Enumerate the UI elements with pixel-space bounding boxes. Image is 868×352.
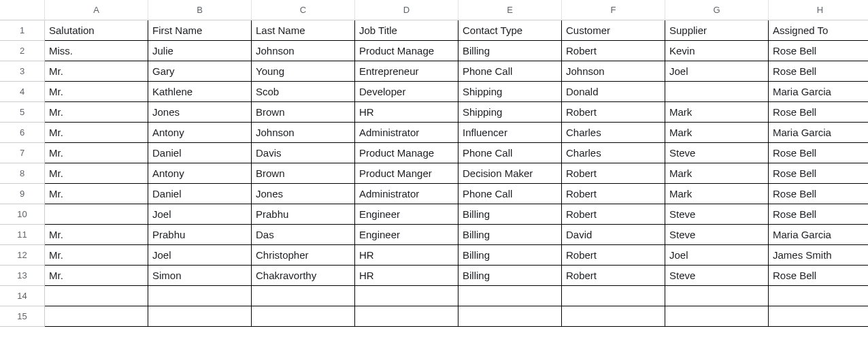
column-header[interactable]: B (148, 0, 252, 20)
row-header[interactable]: 15 (0, 306, 45, 327)
cell[interactable]: Joel (665, 245, 769, 266)
select-all-corner[interactable] (0, 0, 45, 20)
cell[interactable]: Antony (148, 123, 252, 143)
cell[interactable]: Maria Garcia (769, 123, 868, 143)
cell[interactable]: Administrator (355, 123, 458, 143)
cell[interactable]: Julie (148, 41, 252, 61)
cell[interactable]: Rose Bell (769, 61, 868, 82)
cell[interactable]: Product Manage (355, 143, 458, 163)
cell[interactable]: Robert (562, 266, 665, 286)
cell[interactable]: Johnson (562, 61, 665, 82)
cell[interactable]: Jones (252, 184, 355, 204)
cell[interactable]: Robert (562, 184, 665, 204)
cell[interactable]: Mr. (45, 123, 148, 143)
cell[interactable]: James Smith (769, 245, 868, 266)
cell[interactable]: Daniel (148, 184, 252, 204)
cell[interactable]: Maria Garcia (769, 82, 868, 102)
spreadsheet[interactable]: ABCDEFGH1SalutationFirst NameLast NameJo… (0, 0, 868, 327)
cell[interactable]: Mark (665, 184, 769, 204)
cell[interactable]: Scob (252, 82, 355, 102)
cell[interactable]: Christopher (252, 245, 355, 266)
column-header[interactable]: C (252, 0, 355, 20)
cell[interactable]: Brown (252, 102, 355, 123)
cell[interactable]: HR (355, 102, 458, 123)
cell[interactable]: Young (252, 61, 355, 82)
cell[interactable]: Supplier (665, 20, 769, 41)
cell[interactable]: Product Manage (355, 41, 458, 61)
cell[interactable]: Maria Garcia (769, 225, 868, 245)
cell[interactable]: Brown (252, 163, 355, 184)
cell[interactable]: Rose Bell (769, 163, 868, 184)
cell[interactable]: Robert (562, 41, 665, 61)
cell[interactable] (148, 306, 252, 327)
row-header[interactable]: 1 (0, 20, 45, 41)
cell[interactable] (458, 286, 562, 306)
cell[interactable]: Customer (562, 20, 665, 41)
cell[interactable]: Steve (665, 225, 769, 245)
cell[interactable]: Contact Type (458, 20, 562, 41)
cell[interactable]: Salutation (45, 20, 148, 41)
cell[interactable]: Prabhu (148, 225, 252, 245)
cell[interactable]: Mr. (45, 225, 148, 245)
cell[interactable] (45, 204, 148, 225)
cell[interactable]: Influencer (458, 123, 562, 143)
row-header[interactable]: 10 (0, 204, 45, 225)
cell[interactable]: Job Title (355, 20, 458, 41)
cell[interactable]: Gary (148, 61, 252, 82)
cell[interactable]: Mr. (45, 184, 148, 204)
cell[interactable]: Chakravorthy (252, 266, 355, 286)
cell[interactable]: Daniel (148, 143, 252, 163)
cell[interactable]: Steve (665, 266, 769, 286)
cell[interactable]: Rose Bell (769, 266, 868, 286)
cell[interactable]: Mr. (45, 82, 148, 102)
cell[interactable]: Antony (148, 163, 252, 184)
cell[interactable] (769, 286, 868, 306)
cell[interactable]: Steve (665, 204, 769, 225)
row-header[interactable]: 8 (0, 163, 45, 184)
cell[interactable]: Kathlene (148, 82, 252, 102)
cell[interactable] (45, 286, 148, 306)
cell[interactable]: Rose Bell (769, 143, 868, 163)
cell[interactable] (562, 306, 665, 327)
cell[interactable]: First Name (148, 20, 252, 41)
cell[interactable] (562, 286, 665, 306)
cell[interactable]: Mark (665, 163, 769, 184)
cell[interactable]: Billing (458, 41, 562, 61)
cell[interactable]: Last Name (252, 20, 355, 41)
cell[interactable] (769, 306, 868, 327)
column-header[interactable]: F (562, 0, 665, 20)
cell[interactable]: Billing (458, 266, 562, 286)
cell[interactable]: Rose Bell (769, 184, 868, 204)
cell[interactable]: Miss. (45, 41, 148, 61)
row-header[interactable]: 11 (0, 225, 45, 245)
cell[interactable] (252, 306, 355, 327)
row-header[interactable]: 6 (0, 123, 45, 143)
cell[interactable]: Assigned To (769, 20, 868, 41)
cell[interactable]: Prabhu (252, 204, 355, 225)
cell[interactable]: Mark (665, 102, 769, 123)
cell[interactable]: Rose Bell (769, 204, 868, 225)
column-header[interactable]: H (769, 0, 868, 20)
row-header[interactable]: 14 (0, 286, 45, 306)
cell[interactable] (458, 306, 562, 327)
cell[interactable] (355, 306, 458, 327)
column-header[interactable]: G (665, 0, 769, 20)
cell[interactable]: Rose Bell (769, 41, 868, 61)
cell[interactable]: Simon (148, 266, 252, 286)
row-header[interactable]: 3 (0, 61, 45, 82)
cell[interactable]: Johnson (252, 123, 355, 143)
row-header[interactable]: 2 (0, 41, 45, 61)
cell[interactable]: David (562, 225, 665, 245)
cell[interactable]: Mr. (45, 102, 148, 123)
cell[interactable]: Davis (252, 143, 355, 163)
column-header[interactable]: E (458, 0, 562, 20)
row-header[interactable]: 13 (0, 266, 45, 286)
cell[interactable]: Rose Bell (769, 102, 868, 123)
cell[interactable]: HR (355, 245, 458, 266)
cell[interactable]: Developer (355, 82, 458, 102)
cell[interactable]: Shipping (458, 102, 562, 123)
cell[interactable]: Mr. (45, 245, 148, 266)
cell[interactable]: Joel (665, 61, 769, 82)
cell[interactable]: Shipping (458, 82, 562, 102)
cell[interactable]: Johnson (252, 41, 355, 61)
